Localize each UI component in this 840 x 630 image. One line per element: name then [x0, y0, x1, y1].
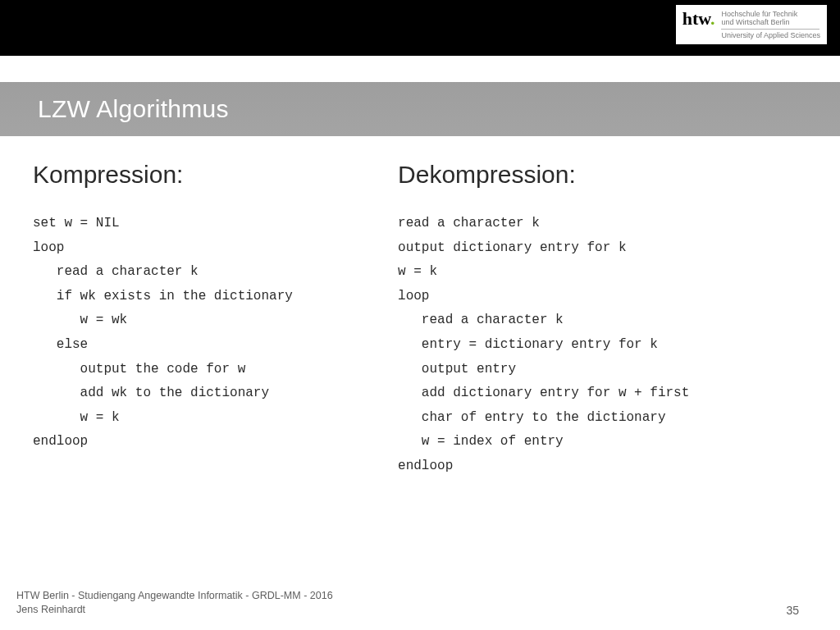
brand-line3: University of Applied Sciences: [721, 31, 820, 39]
brand-line1: Hochschule für Technik: [721, 10, 820, 18]
footer: HTW Berlin - Studiengang Angewandte Info…: [16, 589, 824, 617]
footer-line2: Jens Reinhardt: [16, 603, 333, 617]
footer-line1: HTW Berlin - Studiengang Angewandte Info…: [16, 589, 333, 603]
heading-compression: Kompression:: [33, 161, 381, 189]
brand-block: htw. Hochschule für Technik und Wirtscha…: [676, 5, 827, 44]
column-left: Kompression: set w = NIL loop read a cha…: [33, 161, 381, 479]
page-number: 35: [786, 604, 824, 617]
slide-title: LZW Algorithmus: [38, 95, 229, 123]
title-band: LZW Algorithmus: [0, 82, 840, 136]
brand-line2: und Wirtschaft Berlin: [721, 18, 820, 26]
brand-text: Hochschule für Technik und Wirtschaft Be…: [721, 8, 820, 39]
code-compression: set w = NIL loop read a character k if w…: [33, 212, 381, 454]
brand-separator: [721, 29, 819, 30]
code-decompression: read a character k output dictionary ent…: [398, 212, 807, 479]
brand-logo-dot: .: [710, 8, 715, 29]
brand-logo-text: htw: [682, 8, 710, 29]
content-area: Kompression: set w = NIL loop read a cha…: [33, 161, 807, 479]
column-right: Dekompression: read a character k output…: [398, 161, 807, 479]
heading-decompression: Dekompression:: [398, 161, 807, 189]
brand-logo: htw.: [682, 8, 715, 30]
footer-left: HTW Berlin - Studiengang Angewandte Info…: [16, 589, 333, 617]
